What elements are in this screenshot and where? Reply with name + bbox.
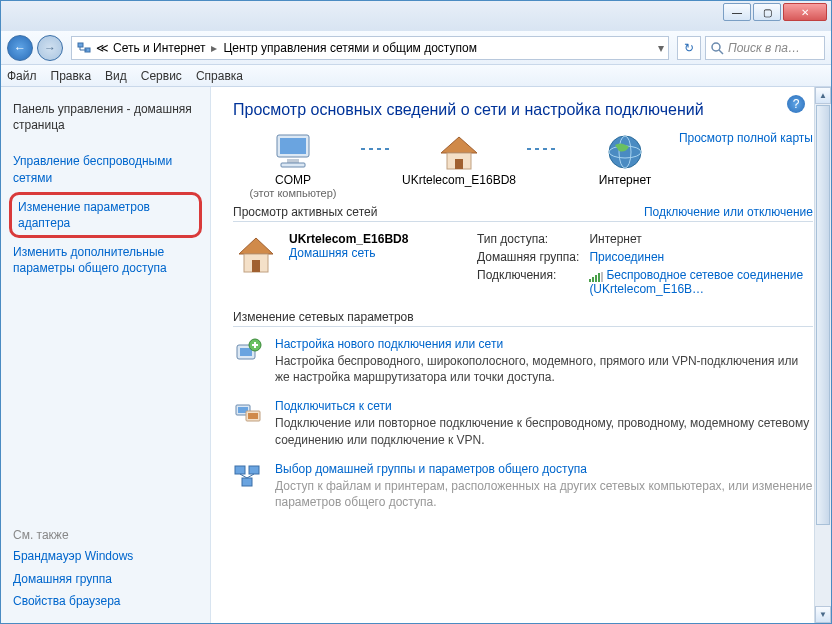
svg-rect-35 xyxy=(242,478,252,486)
task-desc: Подключение или повторное подключение к … xyxy=(275,415,813,447)
network-sharing-center-window: — ▢ ✕ ← → ≪ Сеть и Интернет ▸ Центр упра… xyxy=(0,0,832,624)
search-input[interactable]: Поиск в па… xyxy=(705,36,825,60)
network-name: UKrtelecom_E16BD8 xyxy=(289,232,408,246)
svg-marker-10 xyxy=(441,137,477,153)
network-map: COMP (этот компьютер) UKrtelecom_E16BD8 xyxy=(233,131,813,199)
active-networks-label: Просмотр активных сетей xyxy=(233,205,377,219)
breadcrumb[interactable]: ≪ Сеть и Интернет ▸ Центр управления сет… xyxy=(71,36,669,60)
homegroup-label: Домашняя группа: xyxy=(477,250,579,264)
see-also-section: См. также Брандмауэр Windows Домашняя гр… xyxy=(13,528,198,609)
minimize-button[interactable]: — xyxy=(723,3,751,21)
search-icon xyxy=(710,41,724,55)
svg-rect-22 xyxy=(598,273,600,282)
maximize-button[interactable]: ▢ xyxy=(753,3,781,21)
browser-props-link[interactable]: Свойства браузера xyxy=(13,593,198,609)
signal-icon xyxy=(589,271,603,281)
svg-rect-21 xyxy=(595,275,597,282)
svg-rect-7 xyxy=(280,138,306,154)
homegroup-link[interactable]: Присоединен xyxy=(589,250,813,264)
side-panel: Панель управления - домашняя страница Уп… xyxy=(1,87,211,623)
scroll-down-button[interactable]: ▼ xyxy=(815,606,831,623)
active-network-block: UKrtelecom_E16BD8 Домашняя сеть Тип дост… xyxy=(233,222,813,310)
task-connect-network: Подключиться к сети Подключение или повт… xyxy=(233,399,813,447)
svg-rect-23 xyxy=(601,272,603,282)
svg-rect-0 xyxy=(78,43,83,47)
access-type-value: Интернет xyxy=(589,232,813,246)
breadcrumb-item[interactable]: Сеть и Интернет xyxy=(113,41,205,55)
see-also-title: См. также xyxy=(13,528,198,542)
menubar: Файл Правка Вид Сервис Справка xyxy=(1,65,831,87)
computer-icon xyxy=(269,131,317,173)
node-internet[interactable]: Интернет xyxy=(565,131,685,199)
forward-button[interactable]: → xyxy=(37,35,63,61)
homegroup-icon xyxy=(233,462,263,490)
task-new-connection: Настройка нового подключения или сети На… xyxy=(233,337,813,385)
main-panel: ? Просмотр основных сведений о сети и на… xyxy=(211,87,831,623)
nav-toolbar: ← → ≪ Сеть и Интернет ▸ Центр управления… xyxy=(1,31,831,65)
help-icon[interactable]: ? xyxy=(787,95,805,113)
page-heading: Просмотр основных сведений о сети и наст… xyxy=(233,101,813,119)
menu-edit[interactable]: Правка xyxy=(51,69,92,83)
home-network-icon xyxy=(233,232,279,278)
chevron-right-icon: ▸ xyxy=(209,41,219,55)
network-icon xyxy=(76,40,92,56)
manage-wireless-link[interactable]: Управление беспроводными сетями xyxy=(13,153,198,185)
back-button[interactable]: ← xyxy=(7,35,33,61)
scroll-up-button[interactable]: ▲ xyxy=(815,87,831,104)
breadcrumb-item[interactable]: Центр управления сетями и общим доступом xyxy=(223,41,477,55)
task-desc: Настройка беспроводного, широкополосного… xyxy=(275,353,813,385)
connect-network-icon xyxy=(233,399,263,427)
content-area: Панель управления - домашняя страница Уп… xyxy=(1,87,831,623)
titlebar: — ▢ ✕ xyxy=(1,1,831,31)
change-settings-title: Изменение сетевых параметров xyxy=(233,310,813,327)
task-homegroup: Выбор домашней группы и параметров общег… xyxy=(233,462,813,510)
task-title-link[interactable]: Выбор домашней группы и параметров общег… xyxy=(275,462,813,476)
firewall-link[interactable]: Брандмауэр Windows xyxy=(13,548,198,564)
svg-marker-16 xyxy=(239,238,273,254)
advanced-sharing-link[interactable]: Изменить дополнительные параметры общего… xyxy=(13,244,198,276)
svg-line-37 xyxy=(247,474,254,478)
connect-disconnect-link[interactable]: Подключение или отключение xyxy=(644,205,813,219)
adapter-settings-link[interactable]: Изменение параметров адаптера xyxy=(18,199,193,231)
close-button[interactable]: ✕ xyxy=(783,3,827,21)
task-desc: Доступ к файлам и принтерам, расположенн… xyxy=(275,478,813,510)
svg-point-4 xyxy=(712,43,720,51)
refresh-button[interactable]: ↻ xyxy=(677,36,701,60)
svg-rect-18 xyxy=(252,260,260,272)
svg-rect-9 xyxy=(281,163,305,167)
svg-rect-8 xyxy=(287,159,299,163)
node-router[interactable]: UKrtelecom_E16BD8 xyxy=(399,131,519,199)
svg-line-36 xyxy=(240,474,247,478)
svg-rect-33 xyxy=(235,466,245,474)
connection-link[interactable]: Беспроводное сетевое соединение (UKrtele… xyxy=(589,268,813,296)
connections-label: Подключения: xyxy=(477,268,579,296)
vertical-scrollbar[interactable]: ▲ ▼ xyxy=(814,87,831,623)
menu-view[interactable]: Вид xyxy=(105,69,127,83)
connection-line xyxy=(361,148,391,150)
menu-tools[interactable]: Сервис xyxy=(141,69,182,83)
globe-icon xyxy=(601,131,649,173)
new-connection-icon xyxy=(233,337,263,365)
homegroup-link[interactable]: Домашняя группа xyxy=(13,571,198,587)
svg-rect-12 xyxy=(455,159,463,169)
svg-rect-32 xyxy=(248,413,258,419)
svg-point-13 xyxy=(609,136,641,168)
highlight-adapter-settings: Изменение параметров адаптера xyxy=(9,192,202,238)
control-panel-home-link[interactable]: Панель управления - домашняя страница xyxy=(13,101,198,133)
svg-rect-34 xyxy=(249,466,259,474)
network-type-link[interactable]: Домашняя сеть xyxy=(289,246,408,260)
access-type-label: Тип доступа: xyxy=(477,232,579,246)
task-title-link[interactable]: Подключиться к сети xyxy=(275,399,813,413)
node-this-computer[interactable]: COMP (этот компьютер) xyxy=(233,131,353,199)
scroll-thumb[interactable] xyxy=(816,105,830,525)
full-map-link[interactable]: Просмотр полной карты xyxy=(679,131,813,145)
connection-line xyxy=(527,148,557,150)
svg-line-5 xyxy=(719,50,723,54)
menu-help[interactable]: Справка xyxy=(196,69,243,83)
menu-file[interactable]: Файл xyxy=(7,69,37,83)
house-icon xyxy=(435,131,483,173)
task-title-link[interactable]: Настройка нового подключения или сети xyxy=(275,337,813,351)
